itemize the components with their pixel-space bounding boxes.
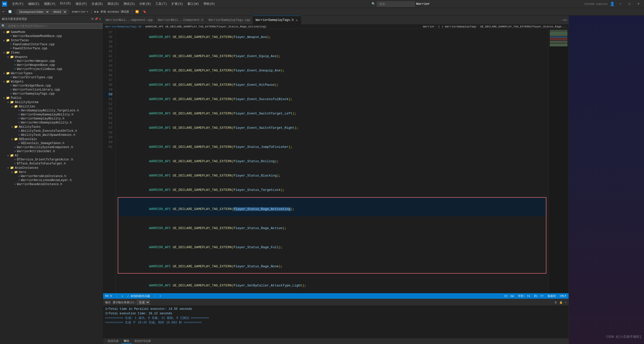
output-source-select[interactable]: 生成	[137, 300, 150, 305]
tree-item-pawnuiinterface[interactable]: + PawnUIInterface.cpp	[0, 47, 103, 51]
tree-item-warriorherolinkedanimlayer[interactable]: ▪ WarriorHeroLinkedAnimLayer.h	[0, 178, 103, 182]
tree-item-abilities[interactable]: ▾ 📁 Abilities	[0, 104, 103, 109]
tab-1[interactable]: WarriorAbil...Component.h	[155, 16, 206, 24]
breadcrumb-project[interactable]: WarriorGameplayTags.UE	[105, 25, 142, 28]
tree-item-bttask[interactable]: ▪ BTTask_RotateToFaceTarget.h	[0, 162, 103, 166]
tree-item-items[interactable]: ▾ 📁 Items	[0, 51, 103, 55]
menu-git[interactable]: Git(G)	[58, 1, 73, 7]
code-line-47: WARRIOR_API UE_DECLARE_GAMEPLAY_TAG_EXTE…	[118, 154, 546, 168]
breadcrumb-method[interactable]: UE_DECLARE_GAMEPLAY_TAG_EXTERN(Player_St…	[480, 25, 567, 28]
tree-item-warriorattributeset[interactable]: ▪ WarriorAttributeSet.h	[0, 149, 103, 153]
sidebar-sync-icon[interactable]: ⟳	[91, 17, 94, 21]
tree-item-warriorbaseaniminstance[interactable]: ▪ WarriorBaseAnimInstance.h	[0, 182, 103, 186]
tree-item-warriorstructtypes[interactable]: + WarriorStructTypes.cpp	[0, 75, 103, 79]
tree-item-warriorenemygameplayability[interactable]: ▪ WarriorEnemyGameplayAbility.h	[0, 113, 103, 117]
tree-item-abilitytask-execute[interactable]: ▪ AbilityTask_ExecuteTaskOnTick.h	[0, 129, 103, 133]
platform-dropdown[interactable]: Win64	[51, 9, 67, 14]
status-line: 行: 50	[504, 294, 514, 298]
tree-item-animinstances[interactable]: ▾ 📁 AnimInstances	[0, 166, 103, 170]
background-art-panel: CSDN @[小瓜偷学编程]	[569, 16, 644, 344]
tree-item-warriorability-sysComp[interactable]: ▪ WarriorAbilitySystemComponent.h	[0, 145, 103, 149]
toolbar-more[interactable]: ⏩	[134, 10, 140, 14]
tree-item-warriorherogameplayability[interactable]: ▪ WarriorHeroGameplayAbility.h	[0, 121, 103, 125]
sidebar-pin-icon[interactable]: 📌	[95, 17, 98, 21]
title-bar: VS 文件(F) 编辑(E) 视图(V) Git(G) 项目(P) 生成(B) …	[0, 0, 644, 8]
menu-tools[interactable]: 工具(T)	[153, 1, 169, 7]
tree-item-warriorheroaniminstance[interactable]: ▪ WarriorHeroAnimInstance.h	[0, 174, 103, 178]
tab-2[interactable]: WarriorGameplayTags.cpp	[206, 16, 253, 24]
sidebar-title: 解决方案资源管理器	[2, 17, 27, 21]
tree-item-weapons[interactable]: ▾ 📁 Weapons	[0, 55, 103, 59]
menu-test[interactable]: 测试(S)	[122, 1, 137, 7]
menu-file[interactable]: 文件(F)	[10, 1, 26, 7]
sidebar-search-bar: 🔍	[0, 23, 103, 29]
bottom-tab-errors[interactable]: 错误列表	[105, 339, 121, 343]
tree-item-public[interactable]: ▾ 📁 Public	[0, 96, 103, 100]
output-line-3: ========== 生成 于 10:43 完成, 耗时 16.802 秒 ==…	[105, 320, 567, 325]
close-button[interactable]: ×	[635, 1, 642, 7]
output-lock-icon[interactable]: 🔒	[559, 301, 563, 304]
tree-item-pawncombatinterface[interactable]: + PawnCombatInterface.cpp	[0, 42, 103, 47]
tree-item-warriorheroweapon[interactable]: + WarriorHeroWeapon.cpp	[0, 59, 103, 63]
menu-debug[interactable]: 调试(D)	[105, 1, 121, 7]
toolbar-refresh[interactable]: 🔄	[7, 10, 13, 14]
tab-0[interactable]: WarriorAbil...omponent.cpp	[103, 16, 155, 24]
toolbar-back[interactable]: ⬅	[1, 10, 6, 14]
tab-3-close[interactable]: ✕	[295, 18, 298, 22]
tree-item-btservice[interactable]: ▪ BTService_OrientToTargetActor.h	[0, 158, 103, 162]
minimap[interactable]	[548, 29, 569, 293]
tree-item-warriorweaponbase[interactable]: + WarriorWeaponBase.cpp	[0, 63, 103, 67]
menu-bar: 文件(F) 编辑(E) 视图(V) Git(G) 项目(P) 生成(B) 调试(…	[10, 1, 217, 7]
maximize-button[interactable]: □	[626, 1, 633, 7]
menu-extensions[interactable]: 扩展(X)	[170, 1, 185, 7]
sidebar-search-input[interactable]	[6, 24, 101, 28]
tree-item-warriorwidgetbase[interactable]: + WarriorWidgetBase.cpp	[0, 84, 103, 88]
breadcrumb-symbol[interactable]: WARRIOR_API UE_DECLARE_GAMEPLAY_TAG_EXTE…	[145, 25, 267, 28]
tree-item-abilitysystem[interactable]: ▾ 📁 AbilitySystem	[0, 100, 103, 104]
menu-analyze[interactable]: 分析(N)	[137, 1, 153, 7]
tree-item-abilitytasks[interactable]: ▾ 📁 AbilityTasks	[0, 125, 103, 129]
tree-item-abilitytask-spawn[interactable]: ▪ AbilityTask_WaitSpawnEnemies.h	[0, 133, 103, 137]
menu-build[interactable]: 生成(B)	[90, 1, 105, 7]
menu-edit[interactable]: 编辑(E)	[26, 1, 42, 7]
run-button[interactable]: ▶ ▶ 本地 Windows 调试器	[93, 9, 131, 14]
go-button[interactable]: ⇒Go	[562, 18, 567, 22]
tree-item-interfaces[interactable]: ▾ 📁 Interfaces	[0, 38, 103, 42]
menu-help[interactable]: 帮助(H)	[202, 1, 217, 7]
tree-item-gamemode[interactable]: ▾ 📁 GameMode	[0, 30, 103, 34]
menu-window[interactable]: 窗口(W)	[185, 1, 201, 7]
tree-item-hero[interactable]: ▾ 📁 Hero	[0, 170, 103, 174]
tree-item-warriorfunctionlibrary[interactable]: + WarriorFunctionLibrary.cpp	[0, 88, 103, 92]
code-lines[interactable]: WARRIOR_API UE_DECLARE_GAMEPLAY_TAG_EXTE…	[116, 29, 548, 293]
code-line-56: WARRIOR_API UE_DECLARE_GAMEPLAY_TAG_EXTE…	[118, 293, 546, 293]
tree-item-warriorbasegamemodebase[interactable]: + WarriorBaseGameModeBase.cpp	[0, 34, 103, 38]
menu-project[interactable]: 项目(P)	[73, 1, 89, 7]
output-clear-icon[interactable]: 🗑	[554, 301, 557, 304]
output-close-icon[interactable]: ✕	[565, 301, 567, 304]
menu-view[interactable]: 视图(V)	[42, 1, 58, 7]
sidebar-close-icon[interactable]: ✕	[99, 17, 101, 21]
tree-item-warriorgameplayability[interactable]: ▪ WarriorGameplayAbility.h	[0, 117, 103, 121]
code-line-44: WARRIOR_API UE_DECLARE_GAMEPLAY_TAG_EXTE…	[118, 121, 546, 135]
breadcrumb-classname[interactable]: ( ) WarriorGameplayTags	[438, 25, 476, 28]
tree-item-geexeccalc[interactable]: ▾ 📁 GEExecCalc	[0, 137, 103, 141]
title-search-input[interactable]	[377, 2, 415, 7]
toolbar-bookmark[interactable]: 🔖	[141, 10, 148, 14]
breadcrumb: WarriorGameplayTags.UE › WARRIOR_API UE_…	[103, 25, 569, 29]
tree-item-ai[interactable]: ▾ 📁 AI	[0, 153, 103, 158]
project-selector[interactable]: ⚙ Warrior ▾	[70, 10, 90, 14]
bottom-tab-output[interactable]: 输出	[121, 338, 132, 344]
tree-item-warriorprojectilebase[interactable]: + WarriorProjectileBase.cpp	[0, 67, 103, 71]
status-indicator: ⚙	[122, 294, 123, 298]
tab-3[interactable]: WarriorGameplayTags.h ✕	[253, 16, 301, 24]
minimize-button[interactable]: −	[617, 1, 624, 7]
tree-item-herogameplayability[interactable]: ▪ HeroGameplayAbility_TargetLock.h	[0, 109, 103, 113]
config-dropdown[interactable]: Development Editor	[17, 9, 50, 14]
tree-item-widgets[interactable]: ▾ 📁 Widgets	[0, 79, 103, 84]
tree-item-geexeccalc-damagetaken[interactable]: ▪ GEExecCalc_DamageTaken.h	[0, 141, 103, 145]
tree-item-warriorgameplaytags[interactable]: + WarriorGameplayTags.cpp	[0, 92, 103, 96]
breadcrumb-file[interactable]: Warrior	[423, 25, 434, 28]
tree-item-warriortypes[interactable]: ▾ 📁 WarriorTypes	[0, 71, 103, 75]
status-no-errors[interactable]: ✓ 未找到相关问题	[127, 294, 150, 298]
bottom-tab-symbols[interactable]: 查找符号结果	[132, 339, 153, 343]
